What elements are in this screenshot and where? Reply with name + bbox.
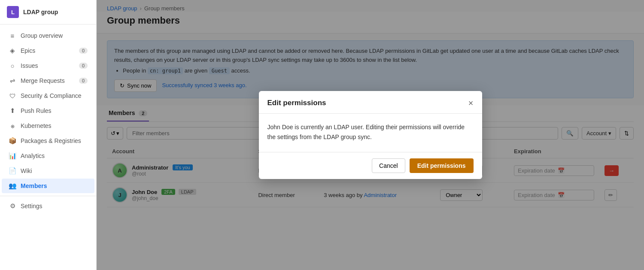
sidebar-item-label: Push Rules <box>21 107 52 114</box>
merge-badge: 0 <box>79 78 88 84</box>
sidebar-group-name: LDAP group <box>23 9 58 15</box>
sidebar-item-label: Settings <box>21 203 43 209</box>
sidebar-divider <box>0 196 96 196</box>
shield-icon: 🛡 <box>9 92 16 100</box>
sidebar-item-analytics[interactable]: 📊 Analytics <box>2 149 94 163</box>
sidebar-item-merge-requests[interactable]: ⇌ Merge Requests 0 <box>2 73 94 88</box>
epics-badge: 0 <box>79 48 88 54</box>
sidebar: L LDAP group ≡ Group overview ◈ Epics 0 … <box>0 0 97 270</box>
sidebar-item-label: Security & Compliance <box>21 92 82 99</box>
sidebar-header: L LDAP group <box>0 0 96 24</box>
edit-permissions-modal: Edit permissions × John Doe is currently… <box>259 91 482 179</box>
sidebar-item-wiki[interactable]: 📄 Wiki <box>2 164 94 178</box>
sidebar-item-epics[interactable]: ◈ Epics 0 <box>2 43 94 58</box>
sidebar-nav: ≡ Group overview ◈ Epics 0 ○ Issues 0 ⇌ … <box>0 24 96 217</box>
modal-title: Edit permissions <box>267 99 326 107</box>
sidebar-item-push-rules[interactable]: ⬆ Push Rules <box>2 103 94 118</box>
sidebar-item-kubernetes[interactable]: ⎈ Kubernetes <box>2 118 94 133</box>
sidebar-item-label: Merge Requests <box>21 77 65 84</box>
issues-icon: ○ <box>9 62 16 70</box>
confirm-edit-permissions-button[interactable]: Edit permissions <box>410 158 474 173</box>
sidebar-item-label: Group overview <box>21 32 63 39</box>
sidebar-item-label: Issues <box>21 62 38 69</box>
packages-icon: 📦 <box>9 137 16 145</box>
sidebar-item-label: Kubernetes <box>21 122 52 129</box>
analytics-icon: 📊 <box>9 152 16 160</box>
modal-body-text: John Doe is currently an LDAP user. Edit… <box>267 122 474 142</box>
wiki-icon: 📄 <box>9 167 16 175</box>
modal-body: John Doe is currently an LDAP user. Edit… <box>259 114 482 152</box>
kubernetes-icon: ⎈ <box>9 122 16 130</box>
issues-badge: 0 <box>79 63 88 69</box>
modal-close-button[interactable]: × <box>468 99 474 107</box>
sidebar-item-packages[interactable]: 📦 Packages & Registries <box>2 133 94 148</box>
sidebar-item-label: Members <box>21 182 47 189</box>
overview-icon: ≡ <box>9 32 16 39</box>
cancel-button[interactable]: Cancel <box>372 158 405 173</box>
sidebar-item-security-compliance[interactable]: 🛡 Security & Compliance <box>2 88 94 103</box>
merge-icon: ⇌ <box>9 77 16 85</box>
push-icon: ⬆ <box>9 107 16 115</box>
sidebar-item-issues[interactable]: ○ Issues 0 <box>2 58 94 73</box>
members-icon: 👥 <box>9 182 16 190</box>
modal-overlay: Edit permissions × John Doe is currently… <box>97 0 644 270</box>
settings-icon: ⚙ <box>9 202 16 210</box>
epics-icon: ◈ <box>9 47 16 55</box>
sidebar-item-label: Packages & Registries <box>21 137 81 144</box>
main-content: LDAP group › Group members Group members… <box>97 0 644 270</box>
sidebar-item-label: Analytics <box>21 152 45 159</box>
sidebar-item-members[interactable]: 👥 Members <box>2 179 94 193</box>
sidebar-item-group-overview[interactable]: ≡ Group overview <box>2 28 94 43</box>
sidebar-item-label: Wiki <box>21 167 32 174</box>
sidebar-item-label: Epics <box>21 47 35 54</box>
modal-footer: Cancel Edit permissions <box>259 152 482 179</box>
modal-header: Edit permissions × <box>259 91 482 114</box>
sidebar-item-settings[interactable]: ⚙ Settings <box>2 199 94 213</box>
sidebar-avatar: L <box>7 6 19 18</box>
